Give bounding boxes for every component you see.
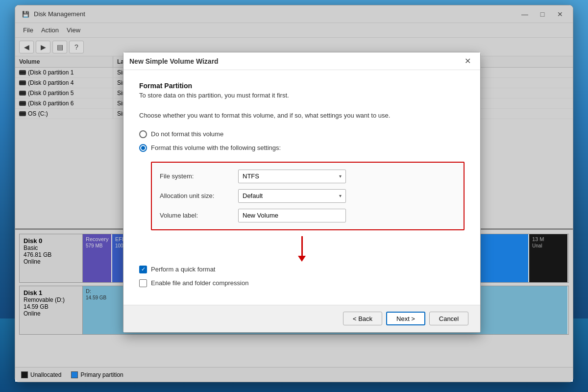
wizard-section-title: Format Partition xyxy=(139,82,465,90)
alloc-label: Allocation unit size: xyxy=(160,192,238,199)
wizard-dialog: New Simple Volume Wizard ✕ Format Partit… xyxy=(123,52,481,333)
wizard-footer: < Back Next > Cancel xyxy=(123,305,480,332)
settings-box: File system: NTFS ▾ Allocation unit size… xyxy=(151,162,465,230)
fs-value: NTFS xyxy=(243,172,259,180)
volume-label-input[interactable] xyxy=(238,209,346,222)
radio-format-label: Format this volume with the following se… xyxy=(151,144,281,151)
alloc-control: Default ▾ xyxy=(238,189,346,203)
red-arrow xyxy=(298,236,306,262)
alloc-value: Default xyxy=(243,192,263,199)
vol-label: Volume label: xyxy=(160,212,238,219)
radio-do-not-format[interactable]: Do not format this volume xyxy=(139,130,465,138)
arrow-shaft xyxy=(301,236,303,256)
wizard-section-desc: To store data on this partition, you mus… xyxy=(139,92,465,99)
checkbox-group: Perform a quick format Enable file and f… xyxy=(139,266,465,287)
fs-label: File system: xyxy=(160,172,238,180)
checkbox-quick-format[interactable]: Perform a quick format xyxy=(139,266,465,273)
checkbox-compression-label: Enable file and folder compression xyxy=(151,279,248,287)
wizard-body: Format Partition To store data on this p… xyxy=(123,70,480,305)
alloc-dropdown[interactable]: Default ▾ xyxy=(238,189,346,203)
checkbox-quick-format-box xyxy=(139,266,147,273)
fs-dropdown[interactable]: NTFS ▾ xyxy=(238,170,346,183)
settings-row-vol: Volume label: xyxy=(160,209,456,222)
checkbox-compression-box xyxy=(139,279,147,287)
radio-group: Do not format this volume Format this vo… xyxy=(139,130,465,152)
arrow-head xyxy=(298,256,306,262)
next-button[interactable]: Next > xyxy=(386,312,425,325)
back-button[interactable]: < Back xyxy=(343,312,382,325)
disk-management-window: 💾 Disk Management — □ ✕ File Action View… xyxy=(15,5,573,382)
wizard-choose-text: Choose whether you want to format this v… xyxy=(139,111,465,121)
settings-row-alloc: Allocation unit size: Default ▾ xyxy=(160,189,456,203)
arrow-annotation xyxy=(139,236,465,262)
cancel-button[interactable]: Cancel xyxy=(429,312,468,325)
vol-control xyxy=(238,209,346,222)
wizard-title-bar: New Simple Volume Wizard ✕ xyxy=(123,52,480,70)
alloc-dropdown-arrow: ▾ xyxy=(339,193,342,198)
fs-control: NTFS ▾ xyxy=(238,170,346,183)
fs-dropdown-arrow: ▾ xyxy=(339,173,342,179)
settings-row-fs: File system: NTFS ▾ xyxy=(160,170,456,183)
checkbox-quick-format-label: Perform a quick format xyxy=(151,266,216,273)
radio-do-not-format-label: Do not format this volume xyxy=(151,130,223,138)
radio-format-circle xyxy=(139,144,147,152)
wizard-close-button[interactable]: ✕ xyxy=(461,54,474,68)
radio-format[interactable]: Format this volume with the following se… xyxy=(139,144,465,152)
checkbox-compression[interactable]: Enable file and folder compression xyxy=(139,279,465,287)
wizard-title: New Simple Volume Wizard xyxy=(129,57,461,65)
radio-do-not-format-circle xyxy=(139,130,147,138)
